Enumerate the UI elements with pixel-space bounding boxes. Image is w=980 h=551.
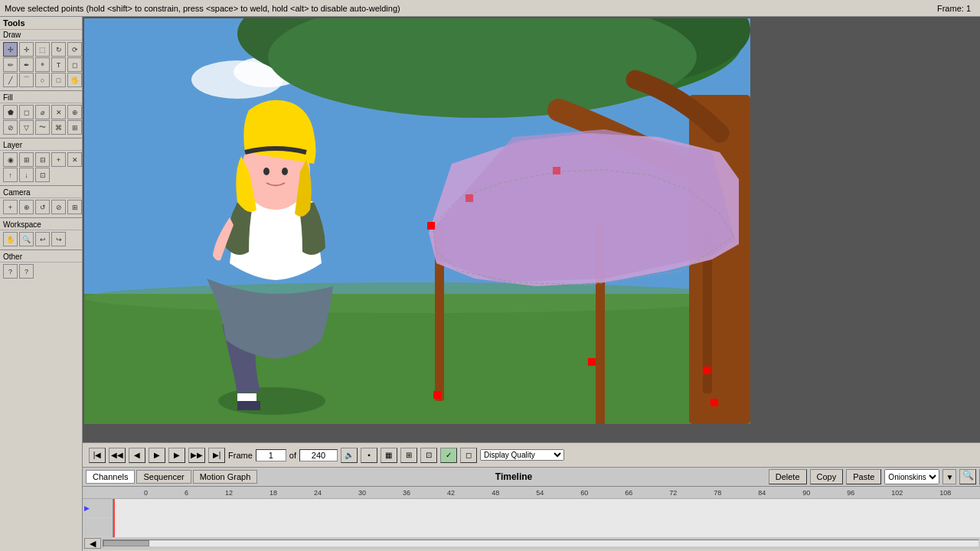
check-btn[interactable]: ✓ xyxy=(440,448,457,463)
ruler-mark-108: 108 xyxy=(939,489,951,497)
eraser-tool[interactable]: ◻ xyxy=(19,105,34,119)
tab-sequencer[interactable]: Sequencer xyxy=(136,470,191,484)
paint-tool[interactable]: ⌀ xyxy=(35,105,50,119)
other-section-label: Other xyxy=(0,252,82,262)
timeline-copy-btn[interactable]: Copy xyxy=(810,469,844,484)
timeline-panel: Channels Sequencer Motion Graph Timeline… xyxy=(83,467,980,551)
canvas-area[interactable]: |◀ ◀◀ ◀ ▶ ▶ ▶▶ ▶| Frame of 🔈 ▪ ▦ ⊞ ⊡ ✓ ◻… xyxy=(83,17,980,467)
ws-back-tool[interactable]: ↩ xyxy=(35,232,50,246)
track-content[interactable] xyxy=(113,499,980,537)
frame-input[interactable] xyxy=(256,449,286,461)
fill-tool[interactable]: ⬟ xyxy=(3,105,18,119)
line-tool[interactable]: ╱ xyxy=(3,73,18,87)
arc-tool[interactable]: ⌒ xyxy=(19,73,34,87)
gradient-tool[interactable]: ▽ xyxy=(19,120,34,135)
next-key-btn[interactable]: ▶▶ xyxy=(188,448,205,463)
other-tool-1[interactable]: ? xyxy=(3,264,18,279)
cam-pan-tool[interactable]: ⊘ xyxy=(51,200,66,214)
brush-tool[interactable]: ⌖ xyxy=(35,57,50,72)
layer-dn-tool[interactable]: ↓ xyxy=(19,168,34,182)
timeline-delete-btn[interactable]: Delete xyxy=(769,469,807,484)
noise-tool[interactable]: ⊞ xyxy=(67,120,82,135)
tab-channels[interactable]: Channels xyxy=(86,470,135,484)
draw-tools: ✢ ✛ ⬚ ↻ ⟳ ✏ ✒ ⌖ T ◻ ╱ ⌒ ○ □ 🖐 xyxy=(0,41,82,89)
go-end-btn[interactable]: ▶| xyxy=(208,448,225,463)
track-label-1: ▶ xyxy=(83,504,91,512)
ruler-mark-48: 48 xyxy=(492,489,499,497)
prev-frame-btn[interactable]: ◀ xyxy=(129,448,145,463)
display-quality-select[interactable]: Display Quality xyxy=(480,449,564,461)
wave-tool[interactable]: 〜 xyxy=(35,120,50,135)
ruler-mark-0: 0 xyxy=(144,489,148,497)
shape-tool[interactable]: ◻ xyxy=(67,57,82,72)
view1-btn[interactable]: ▪ xyxy=(361,448,377,463)
next-frame-btn[interactable]: ▶ xyxy=(168,448,185,463)
prev-key-btn[interactable]: ◀◀ xyxy=(109,448,126,463)
free-tool[interactable]: 🖐 xyxy=(67,73,82,87)
ruler-mark-36: 36 xyxy=(403,489,410,497)
tab-motion-graph[interactable]: Motion Graph xyxy=(193,470,258,484)
svg-rect-10 xyxy=(84,294,750,424)
play-btn[interactable]: ▶ xyxy=(149,448,165,463)
other-tool-2[interactable]: ? xyxy=(19,264,34,279)
pencil-tool[interactable]: ✒ xyxy=(19,57,34,72)
layer-del-tool[interactable]: ✕ xyxy=(67,152,82,167)
timeline-scrollbar: ◀ ▶ xyxy=(83,537,980,549)
timeline-scrolltrack[interactable] xyxy=(103,540,979,547)
ws-fwd-tool[interactable]: ↪ xyxy=(51,232,66,246)
ws-zoom-tool[interactable]: 🔍 xyxy=(19,232,34,246)
oval-tool[interactable]: ○ xyxy=(35,73,50,87)
go-start-btn[interactable]: |◀ xyxy=(89,448,106,463)
track-label-row-1: ▶ xyxy=(83,499,113,518)
mark-btn[interactable]: ◻ xyxy=(460,448,477,463)
of-label: of xyxy=(289,451,296,460)
layer-copy-tool[interactable]: ⊟ xyxy=(35,152,50,167)
audio-btn[interactable]: 🔈 xyxy=(341,448,358,463)
layer-add-tool[interactable]: + xyxy=(51,152,66,167)
playhead xyxy=(113,499,115,537)
color-pick-tool[interactable]: ✕ xyxy=(51,105,66,119)
rect-tool[interactable]: □ xyxy=(51,73,66,87)
layer-up-tool[interactable]: ↑ xyxy=(3,168,18,182)
svg-point-29 xyxy=(282,168,288,175)
ruler-mark-102: 102 xyxy=(891,489,903,497)
svg-rect-18 xyxy=(427,222,435,230)
cam-move-tool[interactable]: + xyxy=(3,200,18,214)
timeline-zoom-out-btn[interactable]: 🔍 xyxy=(959,469,976,484)
svg-point-11 xyxy=(84,282,750,313)
onionskins-select[interactable]: Onionskins xyxy=(884,469,939,484)
layer-grp-tool[interactable]: ⊡ xyxy=(35,168,50,182)
pen-tool[interactable]: ✏ xyxy=(3,57,18,72)
text-tool[interactable]: T xyxy=(51,57,66,72)
tools-header: Tools xyxy=(0,17,82,30)
onionskin-expand-btn[interactable]: ▼ xyxy=(942,469,956,484)
ruler-mark-66: 66 xyxy=(625,489,632,497)
magnify-tool[interactable]: ⊕ xyxy=(67,105,82,119)
scale-tool[interactable]: ⬚ xyxy=(35,42,50,57)
view3-btn[interactable]: ⊞ xyxy=(400,448,417,463)
transform-tool[interactable]: ⟳ xyxy=(67,42,82,57)
move-tool[interactable]: ✛ xyxy=(19,42,34,57)
cam-reset-tool[interactable]: ⊞ xyxy=(67,200,82,214)
dropper-tool[interactable]: ⊘ xyxy=(3,120,18,135)
timeline-paste-btn[interactable]: Paste xyxy=(846,469,881,484)
scroll-left-btn[interactable]: ◀ xyxy=(84,538,101,549)
svg-point-26 xyxy=(218,387,325,415)
scene-canvas[interactable] xyxy=(84,18,750,424)
cam-rot-tool[interactable]: ↺ xyxy=(35,200,50,214)
zigzag-tool[interactable]: ⌘ xyxy=(51,120,66,135)
ruler-mark-84: 84 xyxy=(758,489,766,497)
fill-section-label: Fill xyxy=(0,93,82,103)
svg-rect-22 xyxy=(703,367,710,374)
layer-lock-tool[interactable]: ⊞ xyxy=(19,152,34,167)
ws-hand-tool[interactable]: ✋ xyxy=(3,232,18,246)
view2-btn[interactable]: ▦ xyxy=(381,448,397,463)
cam-zoom-tool[interactable]: ⊕ xyxy=(19,200,34,214)
select-tool[interactable]: ✢ xyxy=(3,42,18,57)
total-frames-input[interactable] xyxy=(299,449,338,461)
frame-indicator: Frame: 1 xyxy=(933,2,975,15)
timeline-scrollthumb[interactable] xyxy=(103,540,149,546)
rotate-tool[interactable]: ↻ xyxy=(51,42,66,57)
view4-btn[interactable]: ⊡ xyxy=(420,448,437,463)
layer-eye-tool[interactable]: ◉ xyxy=(3,152,18,167)
